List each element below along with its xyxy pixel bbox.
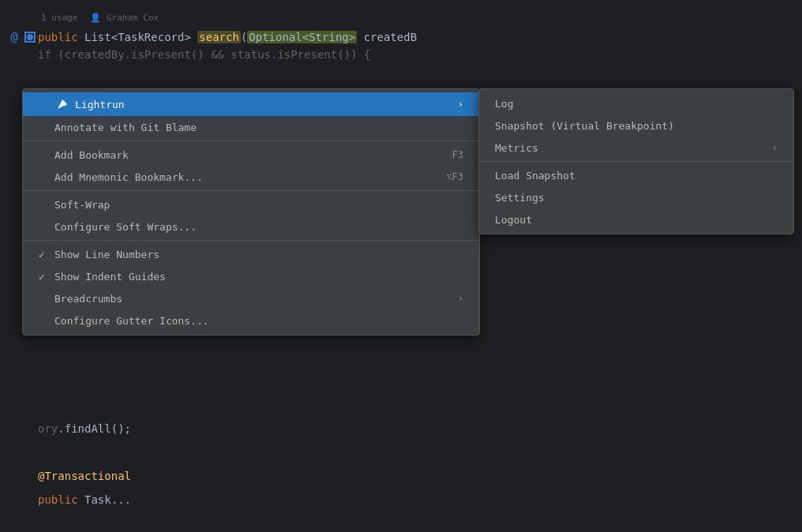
- submenu-item-settings[interactable]: Settings: [479, 186, 793, 208]
- show-line-numbers-label: Show Line Numbers: [54, 249, 463, 260]
- breadcrumbs-arrow: ›: [458, 293, 463, 304]
- menu-item-add-bookmark[interactable]: Add Bookmark F3: [23, 144, 479, 166]
- log-label: Log: [495, 98, 778, 110]
- show-indent-guides-label: Show Indent Guides: [54, 271, 463, 283]
- author-name: 👤 Graham Cox: [90, 9, 159, 27]
- add-mnemonic-shortcut: ⌥F3: [446, 171, 463, 182]
- context-menu-wrapper: Lightrun › Annotate with Git Blame Add B…: [22, 88, 480, 335]
- indent-guides-checkmark: ✓: [39, 271, 54, 283]
- line-numbers-checkmark: ✓: [39, 249, 54, 260]
- menu-item-lightrun[interactable]: Lightrun ›: [23, 92, 479, 116]
- menu-item-annotate-git[interactable]: Annotate with Git Blame: [23, 116, 479, 138]
- menu-divider-1: [23, 140, 479, 141]
- add-bookmark-shortcut: F3: [452, 149, 463, 160]
- breadcrumbs-label: Breadcrumbs: [54, 293, 452, 305]
- configure-soft-wraps-label: Configure Soft Wraps...: [54, 221, 463, 233]
- submenu-item-log[interactable]: Log: [479, 92, 793, 114]
- menu-item-show-line-numbers[interactable]: ✓ Show Line Numbers: [23, 243, 479, 265]
- snapshot-label: Snapshot (Virtual Breakpoint): [495, 120, 778, 132]
- lightrun-icon: [54, 96, 70, 112]
- menu-divider-3: [23, 240, 479, 241]
- usage-count: 1 usage: [41, 9, 77, 27]
- lightrun-label: Lightrun: [75, 99, 452, 111]
- lightrun-arrow: ›: [458, 99, 463, 110]
- submenu-item-load-snapshot[interactable]: Load Snapshot: [479, 164, 793, 186]
- menu-item-breadcrumbs[interactable]: Breadcrumbs ›: [23, 287, 479, 309]
- bottom-code-line1: ory.findAll();: [38, 420, 131, 437]
- add-bookmark-label: Add Bookmark: [54, 149, 421, 161]
- menu-item-configure-soft-wraps[interactable]: Configure Soft Wraps...: [23, 215, 479, 238]
- menu-item-soft-wrap[interactable]: Soft-Wrap: [23, 193, 479, 215]
- code-line-2: if (createdBy.isPresent() && status.isPr…: [38, 46, 793, 63]
- add-mnemonic-label: Add Mnemonic Bookmark...: [54, 171, 414, 183]
- submenu-item-metrics[interactable]: Metrics ›: [479, 137, 793, 159]
- logout-label: Logout: [495, 214, 778, 226]
- transactional-annotation: @Transactional: [38, 467, 131, 485]
- submenu-divider-1: [479, 161, 793, 162]
- metrics-arrow: ›: [772, 142, 778, 153]
- menu-divider-2: [23, 190, 479, 191]
- submenu-item-logout[interactable]: Logout: [479, 208, 793, 230]
- load-snapshot-label: Load Snapshot: [495, 170, 778, 182]
- configure-gutter-icons-label: Configure Gutter Icons...: [54, 315, 463, 327]
- code-line-content: public List<TaskRecord> search(Optional<…: [38, 28, 793, 46]
- menu-item-add-mnemonic[interactable]: Add Mnemonic Bookmark... ⌥F3: [23, 166, 479, 188]
- settings-label: Settings: [495, 192, 778, 204]
- soft-wrap-label: Soft-Wrap: [54, 199, 463, 211]
- annotate-git-label: Annotate with Git Blame: [54, 122, 463, 133]
- submenu: Log Snapshot (Virtual Breakpoint) Metric…: [478, 88, 794, 234]
- menu-item-configure-gutter-icons[interactable]: Configure Gutter Icons...: [23, 309, 479, 332]
- submenu-item-snapshot[interactable]: Snapshot (Virtual Breakpoint): [479, 114, 793, 137]
- menu-item-show-indent-guides[interactable]: ✓ Show Indent Guides: [23, 265, 479, 287]
- metrics-label: Metrics: [495, 142, 766, 154]
- context-menu: Lightrun › Annotate with Git Blame Add B…: [22, 88, 480, 335]
